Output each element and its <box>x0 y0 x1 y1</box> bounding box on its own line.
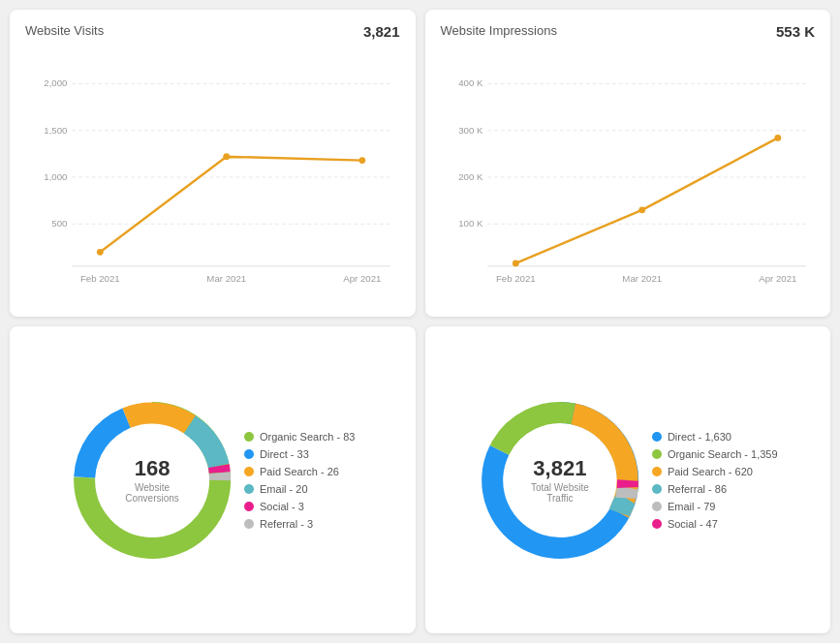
traffic-center-value: 3,821 <box>518 456 601 479</box>
referral-label: Referral - 3 <box>260 518 313 530</box>
list-item: Email - 20 <box>244 483 355 495</box>
impressions-header: Website Impressions 553 K <box>441 23 816 40</box>
svg-text:Feb 2021: Feb 2021 <box>80 273 120 284</box>
impressions-card: Website Impressions 553 K 400 K 300 K 20… <box>425 10 831 317</box>
traffic-donut-wrapper: 3,821 Total Website Traffic <box>478 398 642 563</box>
list-item: Email - 79 <box>652 501 778 512</box>
email-traffic-label: Email - 79 <box>668 501 716 512</box>
impressions-svg: 400 K 300 K 200 K 100 K Feb 2021 Mar 202… <box>441 47 816 307</box>
list-item: Direct - 1,630 <box>652 431 778 443</box>
social-traffic-label: Social - 47 <box>668 518 718 530</box>
svg-text:200 K: 200 K <box>458 171 483 182</box>
list-item: Paid Search - 26 <box>244 466 355 477</box>
svg-point-14 <box>358 157 365 164</box>
social-label: Social - 3 <box>260 501 304 512</box>
svg-point-27 <box>512 260 518 267</box>
svg-point-28 <box>638 206 645 213</box>
impressions-chart: 400 K 300 K 200 K 100 K Feb 2021 Mar 202… <box>441 47 816 307</box>
visits-chart: 2,000 1,500 1,000 500 Feb 2021 Mar 2021 … <box>25 47 400 307</box>
organic-traffic-label: Organic Search - 1,359 <box>668 448 778 460</box>
visits-svg: 2,000 1,500 1,000 500 Feb 2021 Mar 2021 … <box>25 47 400 307</box>
top-row: Website Visits 3,821 2,000 1,500 1,000 5… <box>10 10 830 317</box>
svg-text:1,000: 1,000 <box>44 171 67 182</box>
impressions-value: 553 K <box>776 23 815 40</box>
paid-search-dot <box>244 467 254 476</box>
list-item: Paid Search - 620 <box>652 466 778 477</box>
bottom-row: 168 Website Conversions Organic Search -… <box>10 326 830 633</box>
direct-traffic-label: Direct - 1,630 <box>668 431 731 443</box>
list-item: Referral - 86 <box>652 483 778 495</box>
visits-value: 3,821 <box>363 23 400 40</box>
impressions-title: Website Impressions <box>441 23 557 38</box>
organic-search-dot <box>244 432 254 442</box>
direct-traffic-dot <box>652 432 662 442</box>
traffic-legend: Direct - 1,630 Organic Search - 1,359 Pa… <box>652 431 778 530</box>
list-item: Referral - 3 <box>244 518 355 530</box>
organic-search-label: Organic Search - 83 <box>260 431 355 443</box>
social-dot <box>244 502 254 511</box>
conversions-legend: Organic Search - 83 Direct - 33 Paid Sea… <box>244 431 355 530</box>
organic-traffic-dot <box>652 449 662 459</box>
conversions-donut-wrapper: 168 Website Conversions <box>70 398 234 563</box>
conversions-center-label: Website Conversions <box>111 482 194 504</box>
visits-title: Website Visits <box>25 23 104 38</box>
svg-point-29 <box>774 135 781 141</box>
svg-text:Apr 2021: Apr 2021 <box>759 273 796 284</box>
referral-traffic-dot <box>652 484 662 494</box>
direct-dot <box>244 449 254 459</box>
svg-text:2,000: 2,000 <box>44 77 67 88</box>
referral-dot <box>244 519 254 529</box>
conversions-center-value: 168 <box>111 456 194 479</box>
svg-text:Mar 2021: Mar 2021 <box>206 273 246 284</box>
social-traffic-dot <box>652 519 662 529</box>
conversions-center: 168 Website Conversions <box>111 456 194 503</box>
svg-point-12 <box>97 249 104 256</box>
list-item: Direct - 33 <box>244 448 355 460</box>
visits-header: Website Visits 3,821 <box>25 23 400 40</box>
email-label: Email - 20 <box>260 483 308 495</box>
conversions-card: 168 Website Conversions Organic Search -… <box>10 326 416 633</box>
paid-traffic-label: Paid Search - 620 <box>668 466 753 477</box>
list-item: Organic Search - 83 <box>244 431 355 443</box>
list-item: Social - 47 <box>652 518 778 530</box>
traffic-card: 3,821 Total Website Traffic Direct - 1,6… <box>425 326 831 633</box>
traffic-center-label: Total Website Traffic <box>518 482 601 504</box>
list-item: Organic Search - 1,359 <box>652 448 778 460</box>
email-traffic-dot <box>652 502 662 511</box>
direct-label: Direct - 33 <box>260 448 309 460</box>
referral-traffic-label: Referral - 86 <box>668 483 727 495</box>
svg-text:100 K: 100 K <box>458 218 483 229</box>
svg-text:Feb 2021: Feb 2021 <box>495 273 535 284</box>
visits-card: Website Visits 3,821 2,000 1,500 1,000 5… <box>10 10 416 317</box>
paid-search-label: Paid Search - 26 <box>260 466 339 477</box>
svg-point-13 <box>223 153 230 160</box>
svg-text:400 K: 400 K <box>458 77 483 88</box>
traffic-center: 3,821 Total Website Traffic <box>518 456 601 503</box>
svg-text:Apr 2021: Apr 2021 <box>343 273 381 284</box>
svg-text:500: 500 <box>51 218 67 229</box>
svg-text:300 K: 300 K <box>458 125 483 136</box>
svg-text:1,500: 1,500 <box>44 125 67 136</box>
list-item: Social - 3 <box>244 501 355 512</box>
paid-traffic-dot <box>652 467 662 476</box>
svg-text:Mar 2021: Mar 2021 <box>622 273 662 284</box>
email-dot <box>244 484 254 494</box>
